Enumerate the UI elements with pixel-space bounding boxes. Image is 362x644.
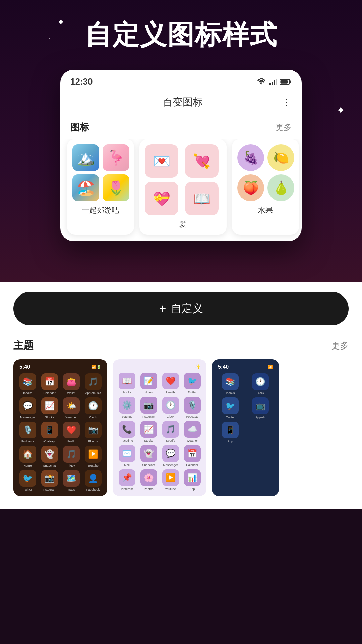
outdoor-icon-1: 🏔️ bbox=[72, 144, 99, 171]
love-icon-2: 💘 bbox=[185, 144, 219, 178]
love-pack-name: 爱 bbox=[145, 219, 221, 229]
fruit-icon-3: 🍑 bbox=[237, 174, 264, 201]
fruit-icon-2: 🍋 bbox=[267, 144, 294, 171]
star-decoration-1: ✦ bbox=[57, 17, 65, 28]
icons-section-header: 图标 更多 bbox=[60, 114, 302, 139]
fruit-icon-4: 🍐 bbox=[267, 174, 294, 201]
love-icon-1: 💌 bbox=[145, 144, 178, 178]
theme-dark-icons: 📚Ibooks 📅Calendar 👛Wallet 🎵Applemusic 💬M… bbox=[18, 373, 103, 491]
app-title: 百变图标 bbox=[163, 95, 203, 109]
theme-light-icons: 📖Ibooks 📝Notes ❤️Health 🐦Twitter ⚙️Setti… bbox=[117, 373, 202, 491]
bottom-section: + 自定义 主题 更多 5:40 📶🔋 📚Ibooks 📅Calendar 👛W… bbox=[0, 282, 362, 509]
theme-blue-signal: 📶 bbox=[268, 365, 273, 369]
battery-icon bbox=[280, 78, 292, 85]
phone-mockup: 12:30 bbox=[60, 70, 302, 241]
theme-light-signal: ✨ bbox=[195, 364, 200, 369]
theme-dark-time: 5:40 bbox=[19, 364, 30, 370]
themes-label: 主题 bbox=[13, 339, 34, 353]
love-icon-4: 📖 bbox=[185, 182, 219, 215]
fruit-pack-name: 水果 bbox=[237, 205, 294, 215]
star-dot-decoration: · bbox=[49, 35, 50, 41]
svg-rect-3 bbox=[276, 79, 277, 85]
customize-label: 自定义 bbox=[171, 301, 203, 316]
outdoor-icon-2: 🦩 bbox=[103, 144, 129, 171]
theme-card-dark[interactable]: 5:40 📶🔋 📚Ibooks 📅Calendar 👛Wallet 🎵Apple… bbox=[13, 359, 107, 496]
customize-button[interactable]: + 自定义 bbox=[13, 292, 349, 325]
svg-rect-0 bbox=[269, 83, 271, 85]
icons-section-label: 图标 bbox=[70, 121, 89, 134]
svg-rect-5 bbox=[290, 80, 291, 83]
outdoor-pack-name: 一起郊游吧 bbox=[72, 205, 129, 215]
love-icon-3: 💝 bbox=[145, 182, 178, 215]
status-bar: 12:30 bbox=[60, 70, 302, 90]
svg-rect-6 bbox=[280, 80, 288, 84]
icon-pack-love[interactable]: 💌 💘 💝 📖 爱 bbox=[139, 139, 227, 235]
wifi-icon bbox=[257, 77, 266, 87]
outdoor-icon-4: 🌷 bbox=[103, 174, 129, 201]
icon-pack-fruit[interactable]: 🍇 🍋 🍑 🍐 水果 bbox=[232, 139, 299, 235]
plus-icon: + bbox=[159, 302, 166, 316]
themes-section-header: 主题 更多 bbox=[0, 339, 362, 359]
custom-btn-wrapper: + 自定义 bbox=[0, 292, 362, 325]
theme-blue-icons: 📚Ibooks 🕐Clock 🐦Twitter 📺Appletv 📱App bbox=[217, 373, 274, 443]
app-header: 百变图标 ⋮ bbox=[60, 90, 302, 114]
themes-more[interactable]: 更多 bbox=[331, 340, 349, 352]
icon-packs-row: 🏔️ 🦩 🏖️ 🌷 一起郊游吧 💌 bbox=[60, 139, 302, 241]
icons-section-more[interactable]: 更多 bbox=[276, 122, 292, 133]
status-icons bbox=[257, 77, 292, 87]
fruit-icon-1: 🍇 bbox=[237, 144, 264, 171]
theme-dark-signal: 📶🔋 bbox=[91, 365, 101, 369]
theme-previews-row: 5:40 📶🔋 📚Ibooks 📅Calendar 👛Wallet 🎵Apple… bbox=[0, 359, 362, 496]
theme-card-blue[interactable]: 5:40 📶 📚Ibooks 🕐Clock 🐦Twitter 📺Appletv … bbox=[212, 359, 279, 496]
theme-blue-time: 5:40 bbox=[218, 364, 229, 370]
svg-rect-1 bbox=[272, 82, 273, 85]
signal-icon bbox=[269, 78, 277, 86]
svg-rect-2 bbox=[274, 80, 275, 85]
star-decoration-2: ✦ bbox=[336, 104, 345, 117]
theme-card-light[interactable]: ✨ 📖Ibooks 📝Notes ❤️Health 🐦Twitter ⚙️Set… bbox=[113, 359, 206, 496]
menu-dots-button[interactable]: ⋮ bbox=[282, 97, 292, 108]
outdoor-icon-3: 🏖️ bbox=[72, 174, 99, 201]
icon-pack-outdoor[interactable]: 🏔️ 🦩 🏖️ 🌷 一起郊游吧 bbox=[67, 139, 134, 235]
status-time: 12:30 bbox=[70, 76, 93, 87]
